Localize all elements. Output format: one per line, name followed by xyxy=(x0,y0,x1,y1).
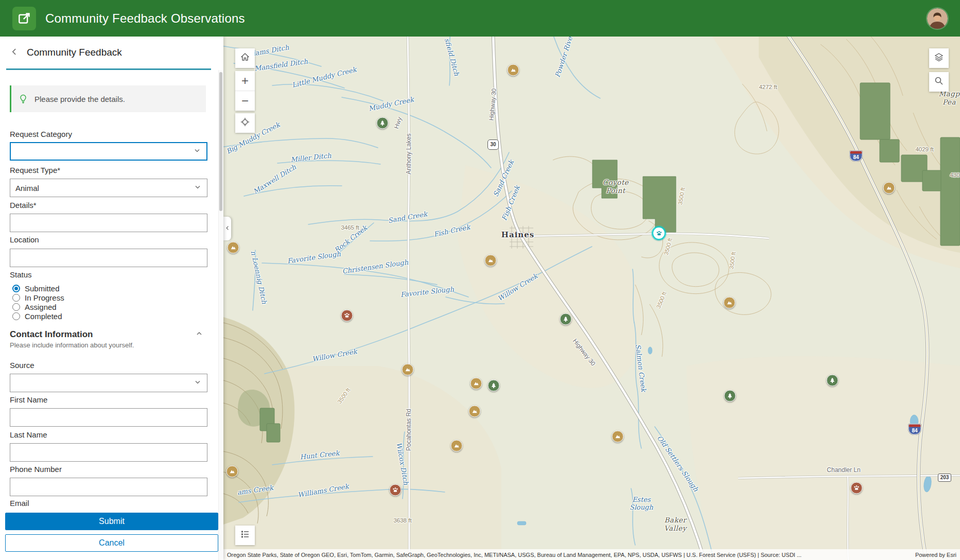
phone-label: Phone Number xyxy=(10,465,219,474)
status-option-submitted[interactable]: Submitted xyxy=(12,284,219,293)
zoom-in-button[interactable]: + xyxy=(235,71,255,91)
notice-text: Please provide the details. xyxy=(34,95,125,103)
tree-marker[interactable] xyxy=(377,117,389,129)
map-view[interactable]: Williams DitchMansfield Ditchsfield Ditc… xyxy=(223,37,960,560)
form-footer: Submit Cancel xyxy=(0,509,223,560)
map-canvas[interactable] xyxy=(223,37,960,560)
poi-marker[interactable] xyxy=(228,242,239,254)
contact-section-subtitle: Please include information about yoursel… xyxy=(10,341,219,349)
panel-header: Community Feedback xyxy=(0,37,223,68)
email-label: Email xyxy=(10,499,219,508)
contact-section-header[interactable]: Contact Information xyxy=(10,329,203,340)
request-type-value: Animal xyxy=(15,184,39,192)
back-button[interactable] xyxy=(4,43,24,62)
layers-icon xyxy=(934,51,944,65)
panel-title: Community Feedback xyxy=(27,47,122,58)
poi-marker[interactable] xyxy=(508,64,519,76)
tree-marker[interactable] xyxy=(827,375,839,387)
last-name-input[interactable] xyxy=(10,443,207,462)
poi-marker[interactable] xyxy=(226,466,238,478)
radio-unselected-icon xyxy=(12,294,20,302)
status-option-in-progress[interactable]: In Progress xyxy=(12,293,219,302)
tree-marker[interactable] xyxy=(560,313,572,325)
chevron-down-icon xyxy=(194,378,202,388)
zoom-controls: + − xyxy=(235,71,255,111)
search-button[interactable] xyxy=(929,72,949,92)
search-icon xyxy=(934,75,944,89)
request-category-label: Request Category xyxy=(10,130,219,139)
paw-marker[interactable] xyxy=(390,484,402,496)
legend-icon xyxy=(240,528,250,542)
map-attribution: Oregon State Parks, State of Oregon GEO,… xyxy=(223,549,960,560)
poi-marker[interactable] xyxy=(883,182,895,194)
app-title: Community Feedback Observations xyxy=(45,11,245,26)
first-name-input[interactable] xyxy=(10,408,207,427)
poi-marker[interactable] xyxy=(612,431,624,443)
last-name-label: Last Name xyxy=(10,430,219,440)
details-label: Details* xyxy=(10,201,219,210)
info-notice: Please provide the details. xyxy=(10,85,206,112)
poi-marker[interactable] xyxy=(470,378,482,390)
panel-scrollbar[interactable] xyxy=(218,70,223,560)
selected-observation-marker[interactable] xyxy=(652,226,666,240)
form-scroll-area[interactable]: Please provide the details. Request Cate… xyxy=(0,70,219,560)
submit-button[interactable]: Submit xyxy=(5,513,218,530)
first-name-label: First Name xyxy=(10,395,219,405)
app-root: Community Feedback Observations Communit… xyxy=(0,0,960,560)
tree-marker[interactable] xyxy=(724,390,736,402)
phone-input[interactable] xyxy=(10,478,207,496)
powered-by-esri: Powered by Esri xyxy=(910,552,956,558)
chevron-down-icon xyxy=(193,146,201,156)
status-option-completed[interactable]: Completed xyxy=(12,311,219,321)
legend-button[interactable] xyxy=(235,526,255,545)
scrollbar-thumb[interactable] xyxy=(219,72,222,211)
source-select[interactable] xyxy=(10,374,207,392)
app-header: Community Feedback Observations xyxy=(0,0,960,37)
chevron-down-icon xyxy=(194,183,202,193)
attribution-text: Oregon State Parks, State of Oregon GEO,… xyxy=(227,552,910,558)
location-label: Location xyxy=(10,235,219,244)
poi-marker[interactable] xyxy=(469,406,481,417)
radio-unselected-icon xyxy=(12,303,20,311)
user-avatar[interactable] xyxy=(927,8,948,29)
chevron-up-icon[interactable] xyxy=(195,329,203,340)
radio-unselected-icon xyxy=(12,312,20,320)
location-input[interactable] xyxy=(10,249,207,267)
request-type-select[interactable]: Animal xyxy=(10,179,207,197)
chevron-left-icon xyxy=(224,224,231,233)
home-button[interactable] xyxy=(235,48,255,68)
tree-marker[interactable] xyxy=(488,380,500,392)
chevron-left-icon xyxy=(10,47,19,58)
poi-marker[interactable] xyxy=(451,440,463,452)
poi-marker[interactable] xyxy=(402,364,414,376)
zoom-out-button[interactable]: − xyxy=(235,91,255,111)
source-label: Source xyxy=(10,361,219,370)
locate-icon xyxy=(240,116,250,130)
paw-marker[interactable] xyxy=(851,482,863,494)
app-logo-icon xyxy=(12,7,36,30)
contact-section-title: Contact Information xyxy=(10,329,93,340)
layers-button[interactable] xyxy=(929,48,949,68)
radio-selected-icon xyxy=(12,285,20,292)
feedback-panel: Community Feedback Please provide the de… xyxy=(0,37,223,560)
paw-marker[interactable] xyxy=(341,310,353,322)
cancel-button[interactable]: Cancel xyxy=(5,534,218,552)
home-icon xyxy=(240,51,250,65)
request-category-select[interactable] xyxy=(10,142,207,161)
poi-marker[interactable] xyxy=(485,255,497,267)
status-option-assigned[interactable]: Assigned xyxy=(12,302,219,311)
details-input[interactable] xyxy=(10,214,207,232)
locate-button[interactable] xyxy=(235,113,255,133)
lightbulb-icon xyxy=(18,94,28,104)
status-label: Status xyxy=(10,270,219,279)
panel-collapse-handle[interactable] xyxy=(223,217,231,240)
poi-marker[interactable] xyxy=(724,297,736,309)
status-radio-group: Submitted In Progress Assigned Completed xyxy=(0,284,219,321)
request-type-label: Request Type* xyxy=(10,166,219,175)
